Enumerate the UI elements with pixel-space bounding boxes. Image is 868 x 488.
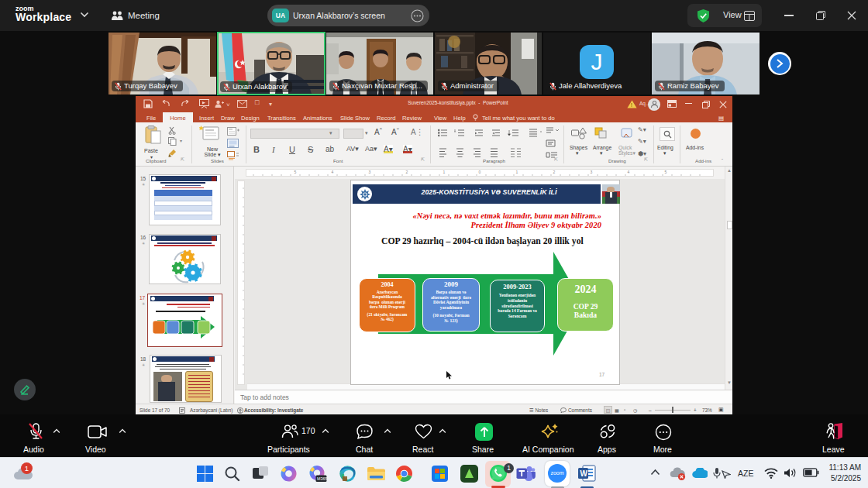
svg-text:5: 5 xyxy=(665,170,667,174)
svg-text:!: ! xyxy=(631,101,632,108)
svg-text:W: W xyxy=(580,469,588,478)
svg-text:3: 3 xyxy=(591,170,593,174)
svg-text:1: 1 xyxy=(516,170,518,174)
svg-text:2: 2 xyxy=(406,170,408,174)
svg-text:5: 5 xyxy=(294,170,297,174)
svg-text:4: 4 xyxy=(628,170,630,174)
svg-text:0: 0 xyxy=(479,170,481,174)
svg-text:4: 4 xyxy=(332,170,334,174)
svg-text:M365: M365 xyxy=(317,476,327,481)
svg-text:1: 1 xyxy=(443,170,446,174)
svg-text:2: 2 xyxy=(553,170,556,174)
svg-text:3: 3 xyxy=(369,170,371,174)
